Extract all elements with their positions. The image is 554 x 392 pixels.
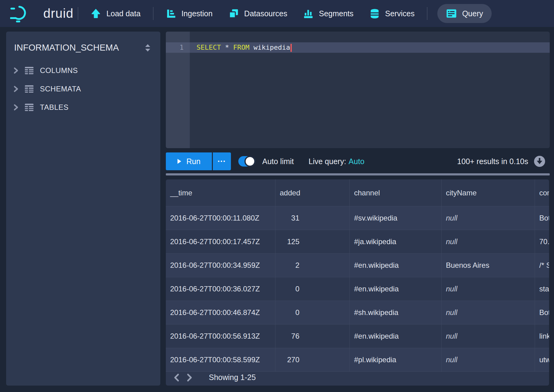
cell-channel[interactable]: #ja.wikipedia [350, 230, 442, 253]
nav-item-label: Segments [319, 9, 353, 18]
cell-cityname[interactable]: null [442, 301, 535, 324]
column-header-time[interactable]: __time [166, 179, 275, 206]
nav-load-data[interactable]: Load data [91, 8, 140, 19]
cell-added[interactable]: 270 [275, 348, 350, 371]
cell-channel[interactable]: #pl.wikipedia [350, 348, 442, 371]
cell-time[interactable]: 2016-06-27T00:00:36.027Z [166, 277, 275, 301]
tree-item-label: TABLES [40, 103, 68, 112]
download-icon[interactable] [534, 156, 545, 167]
chevron-right-icon [186, 373, 193, 382]
live-query-value[interactable]: Auto [349, 157, 364, 166]
cell-added[interactable]: 76 [275, 325, 350, 348]
cell-added[interactable]: 0 [275, 277, 350, 301]
chevron-right-icon [13, 67, 19, 74]
chevron-right-icon [13, 104, 19, 111]
column-header-channel[interactable]: channel [350, 179, 442, 206]
cell-comment[interactable]: sta [535, 277, 549, 301]
table-row[interactable]: 2016-06-27T00:00:17.457Z 125 #ja.wikiped… [166, 230, 549, 254]
nav-ingestion[interactable]: Ingestion [166, 8, 213, 19]
table-icon [25, 85, 34, 93]
cell-added[interactable]: 31 [275, 206, 350, 230]
table-row[interactable]: 2016-06-27T00:00:46.874Z 0 #sh.wikipedia… [166, 301, 549, 325]
nav-query[interactable]: Query [437, 4, 492, 23]
results-body: 2016-06-27T00:00:11.080Z 31 #sv.wikipedi… [166, 206, 549, 372]
nav-item-label: Load data [106, 9, 140, 18]
schema-selector[interactable]: INFORMATION_SCHEMA [14, 43, 119, 53]
table-row[interactable]: 2016-06-27T00:00:56.913Z 76 #en.wikipedi… [166, 325, 549, 348]
nav-item-label: Services [385, 9, 415, 18]
column-header-comment[interactable]: comment [535, 179, 549, 206]
cell-time[interactable]: 2016-06-27T00:00:46.874Z [166, 301, 275, 324]
schema-header: INFORMATION_SCHEMA [6, 32, 160, 53]
table-row[interactable]: 2016-06-27T00:00:36.027Z 0 #en.wikipedia… [166, 277, 549, 301]
run-button[interactable]: Run [166, 152, 212, 170]
more-dots: ••• [218, 158, 226, 164]
cell-channel[interactable]: #en.wikipedia [350, 325, 442, 348]
cell-channel[interactable]: #en.wikipedia [350, 277, 442, 301]
nav-item-label: Ingestion [181, 9, 213, 18]
cell-added[interactable]: 0 [275, 301, 350, 324]
cell-cityname[interactable]: null [442, 348, 535, 371]
cell-time[interactable]: 2016-06-27T00:00:56.913Z [166, 325, 275, 348]
cell-comment[interactable]: utw [535, 348, 549, 371]
text-cursor [291, 44, 292, 52]
prev-page-button[interactable] [173, 373, 180, 382]
live-query-label: Live query: [309, 157, 346, 166]
cell-comment[interactable]: Bot [535, 206, 549, 230]
nav-divider [153, 7, 154, 20]
cell-comment[interactable]: link [535, 325, 549, 348]
tree-item-label: COLUMNS [40, 66, 78, 75]
druid-console: druid Load data Ingestion [0, 0, 554, 392]
druid-logo[interactable]: druid [10, 4, 73, 23]
query-toolbar: Run ••• Auto limit Live query:Auto 100+ … [166, 152, 550, 170]
run-button-label: Run [186, 157, 201, 166]
tree-item-schemata[interactable]: SCHEMATA [6, 80, 160, 98]
cell-comment[interactable]: Bot [535, 301, 549, 324]
cell-cityname[interactable]: null [442, 230, 535, 253]
cell-comment[interactable]: 70. [535, 230, 549, 253]
cell-time[interactable]: 2016-06-27T00:00:17.457Z [166, 230, 275, 253]
run-more-button[interactable]: ••• [213, 152, 231, 170]
cell-cityname[interactable]: null [442, 277, 535, 301]
table-row[interactable]: 2016-06-27T00:00:11.080Z 31 #sv.wikipedi… [166, 206, 549, 230]
cell-comment[interactable]: /* S [535, 254, 549, 277]
nav-item-label: Query [462, 9, 483, 18]
ingestion-icon [166, 8, 176, 19]
next-page-button[interactable] [186, 373, 193, 382]
nav-segments[interactable]: Segments [303, 8, 353, 19]
panel-splitter[interactable] [166, 173, 550, 175]
column-header-added[interactable]: added [275, 179, 350, 206]
cell-channel[interactable]: #sh.wikipedia [350, 301, 442, 324]
nav-divider [427, 7, 427, 20]
cell-time[interactable]: 2016-06-27T00:00:34.959Z [166, 254, 275, 277]
nav-divider [78, 7, 78, 20]
live-query: Live query:Auto [309, 157, 365, 166]
nav-services[interactable]: Services [369, 8, 415, 19]
top-navigation: druid Load data Ingestion [0, 0, 554, 27]
cell-cityname[interactable]: null [442, 325, 535, 348]
cell-added[interactable]: 125 [275, 230, 350, 253]
cell-time[interactable]: 2016-06-27T00:00:11.080Z [166, 206, 275, 230]
column-header-cityname[interactable]: cityName [442, 179, 535, 206]
double-caret-icon[interactable] [144, 44, 152, 52]
cell-channel[interactable]: #en.wikipedia [350, 254, 442, 277]
nav-datasources[interactable]: Datasources [228, 8, 287, 19]
editor-gutter: 1 [166, 32, 190, 148]
tree-item-tables[interactable]: TABLES [6, 98, 160, 117]
tree-item-columns[interactable]: COLUMNS [6, 61, 160, 80]
cell-cityname[interactable]: Buenos Aires [442, 254, 535, 277]
druid-logo-icon [10, 4, 38, 23]
auto-limit-toggle[interactable] [238, 156, 256, 167]
query-icon [446, 9, 457, 18]
table-row[interactable]: 2016-06-27T00:00:34.959Z 2 #en.wikipedia… [166, 254, 549, 277]
cell-channel[interactable]: #sv.wikipedia [350, 206, 442, 230]
pagination-label: Showing 1-25 [209, 373, 256, 382]
cell-time[interactable]: 2016-06-27T00:00:58.599Z [166, 348, 275, 371]
nav-item-label: Datasources [244, 9, 287, 18]
sql-editor[interactable]: 1 SELECT * FROM wikipedia [166, 32, 550, 148]
sql-text: SELECT * FROM wikipedia [197, 42, 292, 53]
results-header-row: __time added channel cityName comment [166, 179, 549, 206]
cell-cityname[interactable]: null [442, 206, 535, 230]
cell-added[interactable]: 2 [275, 254, 350, 277]
table-row[interactable]: 2016-06-27T00:00:58.599Z 270 #pl.wikiped… [166, 348, 549, 372]
